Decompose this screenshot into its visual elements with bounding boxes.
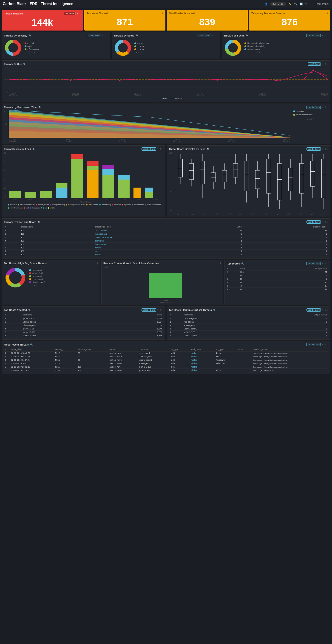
threats-detected-filter[interactable]: ▼ bbox=[77, 12, 79, 15]
feeds-info-icon: 🔍 bbox=[246, 34, 249, 37]
outlier-panel-header: Threats Outlier 🔍 Last 7 Days ▼ ⚙ ℹ bbox=[4, 62, 328, 66]
top-scores-settings[interactable]: ⚙ bbox=[325, 262, 326, 265]
top-hosts-critical-header: Top Hosts - Multiple Critical Threats 🔍 … bbox=[169, 308, 328, 312]
svg-rect-109 bbox=[321, 159, 326, 198]
feeds-time-filter[interactable]: ▼ bbox=[322, 106, 324, 108]
svg-point-22 bbox=[312, 70, 314, 72]
top-hosts-affected-filter[interactable]: ▼ bbox=[157, 309, 159, 311]
legend-threats: Threats bbox=[155, 97, 167, 100]
feeds-score-help[interactable]: ℹ bbox=[327, 221, 328, 223]
threats-line bbox=[155, 99, 159, 99]
top-scores-help[interactable]: ℹ bbox=[327, 262, 328, 265]
svg-rect-48 bbox=[118, 175, 130, 180]
top-hosts-affected-settings[interactable]: ⚙ bbox=[160, 309, 162, 311]
score-filter-icon[interactable]: ▼ bbox=[212, 34, 214, 37]
new-binaries-info[interactable]: ℹ bbox=[244, 12, 245, 15]
outlier-panel: Threats Outlier 🔍 Last 7 Days ▼ ⚙ ℹ 697 … bbox=[2, 60, 330, 102]
tsf-title: Threat Scores by Feed bbox=[4, 148, 31, 150]
feeds-score-settings[interactable]: ⚙ bbox=[325, 221, 326, 223]
top-scores-filter[interactable]: ▼ bbox=[322, 262, 324, 265]
svg-rect-65 bbox=[200, 161, 204, 184]
severity-pagination[interactable]: ▲ 1/2 ▼ bbox=[25, 52, 39, 54]
top-hosts-affected-table: # hostname _count 1 ip-10-1-3-41 5,578 2… bbox=[4, 313, 163, 338]
tampering-info[interactable]: ℹ bbox=[327, 12, 328, 15]
ts-col-num: # bbox=[226, 266, 239, 270]
most-recent-settings[interactable]: ⚙ bbox=[325, 344, 326, 346]
tha-col-count: _count bbox=[114, 313, 163, 317]
refresh-icon[interactable]: 🔄 bbox=[300, 2, 303, 6]
table-row: 5 70 17 bbox=[226, 284, 328, 288]
score-pagination[interactable]: ▲ 1/5 ▼ bbox=[134, 52, 144, 54]
top-hosts-affected-help[interactable]: ℹ bbox=[163, 309, 163, 311]
feeds-score-filter[interactable]: ▼ bbox=[322, 221, 324, 223]
top-hosts-critical-filter[interactable]: ▼ bbox=[322, 309, 324, 311]
more-icon[interactable]: ⋮ bbox=[310, 2, 312, 6]
table-row: 1 centos-agent3 6 bbox=[169, 317, 328, 320]
feeds-filter-icon[interactable]: ▼ bbox=[322, 34, 324, 37]
table-row: 3 ubuntu-agent2 5,549 bbox=[4, 324, 163, 327]
score-help-icon[interactable]: ℹ bbox=[218, 34, 218, 37]
top-hosts-affected-title: Top Hosts Affected bbox=[4, 308, 27, 311]
clock-icon[interactable]: ⏱ bbox=[305, 2, 308, 5]
feeds-time-title: Threats by Feeds over Time bbox=[4, 106, 37, 108]
table-row: 3 100 bit9advancedthreats 2 2 bbox=[4, 236, 328, 239]
box-plot-settings[interactable]: ⚙ bbox=[325, 148, 326, 150]
legend-item-critical: Critical bbox=[25, 42, 39, 44]
tsf-help[interactable]: ℹ bbox=[163, 148, 163, 150]
outlier-filter-icon[interactable]: ▼ bbox=[322, 63, 324, 65]
tampering-panel: Tampering Processes Observed ℹ 876 bbox=[249, 10, 330, 30]
threats-detected-info[interactable]: ℹ bbox=[80, 12, 81, 15]
tsf-bars: 0-1011-2021-3031-4041-50 51-6061-7071-80… bbox=[8, 152, 163, 210]
tsf-settings[interactable]: ⚙ bbox=[160, 148, 162, 150]
threats-detected-value: 144k bbox=[4, 17, 81, 28]
top-hosts-donut-chart bbox=[4, 266, 27, 289]
processes-blocked-title: Processes Blocked bbox=[87, 12, 108, 15]
outlier-help-icon[interactable]: ℹ bbox=[327, 63, 328, 65]
severity-filter-icon[interactable]: ▼ bbox=[102, 34, 104, 37]
score-settings-icon[interactable]: ⚙ bbox=[215, 34, 217, 37]
most-recent-badge: Last 14 Days bbox=[306, 343, 321, 346]
svg-rect-81 bbox=[244, 161, 249, 191]
most-recent-filter[interactable]: ▼ bbox=[322, 344, 324, 346]
score-badge: Last 7 Days bbox=[198, 34, 211, 37]
box-plot-filter[interactable]: ▼ bbox=[322, 148, 324, 150]
panel-label: [From Panel] bbox=[315, 2, 329, 5]
feeds-time-panel: Threats by Feeds over Time 🔍 Last 14 Day… bbox=[2, 104, 330, 144]
tsf-filter[interactable]: ▼ bbox=[157, 148, 159, 150]
process-connections-info[interactable]: ℹ bbox=[220, 262, 221, 264]
svg-rect-50 bbox=[145, 192, 153, 198]
svg-rect-45 bbox=[103, 169, 114, 175]
box-plot-area: wildfire tor red high_classic high_confi… bbox=[174, 152, 328, 215]
top-hosts-critical-help[interactable]: ℹ bbox=[327, 309, 328, 311]
top-scores-icon: 🔍 bbox=[241, 262, 244, 265]
top-hosts-avg-panel: Top Hosts - High Avg Score Threats ℹ bbox=[2, 260, 100, 305]
processes-blocked-info[interactable]: ℹ bbox=[162, 12, 163, 15]
box-plot-badge: Last 14 Days bbox=[306, 148, 321, 150]
feeds-settings-icon[interactable]: ⚙ bbox=[325, 34, 326, 37]
svg-rect-41 bbox=[87, 170, 99, 198]
edit-icon[interactable]: ✏️ bbox=[288, 2, 292, 6]
feeds-time-settings[interactable]: ⚙ bbox=[325, 106, 326, 108]
feeds-time-help[interactable]: ℹ bbox=[327, 106, 328, 108]
outlier-settings-icon[interactable]: ⚙ bbox=[325, 63, 326, 65]
severity-help-icon[interactable]: ℹ bbox=[108, 34, 108, 37]
severity-badge: Last 7 Days bbox=[88, 34, 101, 37]
live-mode-badge[interactable]: LIVE MODE bbox=[270, 2, 286, 6]
top-hosts-affected-icon: 🔍 bbox=[28, 309, 31, 311]
most-recent-help[interactable]: ℹ bbox=[327, 344, 328, 346]
box-plot-help[interactable]: ℹ bbox=[327, 148, 328, 150]
feeds-pagination[interactable]: ▲ 1/5 ▼ bbox=[244, 52, 269, 54]
severity-donut-panel: Critical High Informational ▲ 1/2 ▼ bbox=[4, 38, 108, 57]
top-scores-table: # score UniqueHosts 1 100 21 2 90 4 3 85… bbox=[226, 266, 328, 291]
severity-settings-icon[interactable]: ⚙ bbox=[105, 34, 107, 37]
svg-point-7 bbox=[119, 44, 127, 52]
score-legend-0: 0 - 10 bbox=[134, 42, 144, 44]
filter-icon[interactable]: 🔧 bbox=[294, 2, 297, 6]
svg-rect-37 bbox=[56, 188, 68, 198]
feeds-time-legend: alienvault bit9advancedthreats ▲ 1/9 ▼ bbox=[291, 110, 328, 142]
top-hosts-critical-settings[interactable]: ⚙ bbox=[325, 309, 326, 311]
thc-col-threats: UniqueThreats bbox=[255, 313, 328, 317]
feeds-time-x-labels: 12:00 AM30 Jan 19 12:00 AM01 Feb 19 12:0… bbox=[9, 139, 290, 142]
feeds-help-icon[interactable]: ℹ bbox=[327, 34, 328, 37]
top-hosts-avg-info[interactable]: ℹ bbox=[97, 262, 98, 264]
